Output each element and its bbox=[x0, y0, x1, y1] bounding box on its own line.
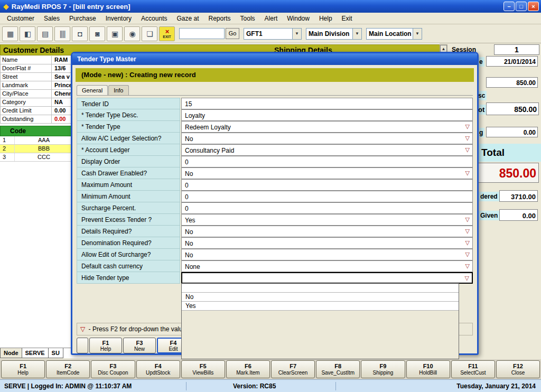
menu-item-exit[interactable]: Exit bbox=[337, 13, 357, 24]
field-input[interactable]: Yes▽ bbox=[181, 214, 473, 226]
dialog-titlebar[interactable]: Tender Type Master bbox=[72, 53, 477, 65]
field-input[interactable]: No▽ bbox=[181, 133, 473, 144]
field-input[interactable]: 0 bbox=[181, 202, 473, 214]
dropdown-arrow-icon[interactable]: ▽ bbox=[465, 123, 470, 130]
dropdown-arrow-icon[interactable]: ▽ bbox=[465, 228, 470, 235]
dialog-button-blank[interactable] bbox=[77, 338, 88, 353]
documents-button[interactable]: ❏ bbox=[142, 26, 157, 41]
go-button[interactable]: Go bbox=[226, 28, 239, 39]
fkey-caption: Close bbox=[511, 370, 525, 376]
minimize-button[interactable]: – bbox=[503, 2, 515, 11]
dropdown-option-yes[interactable]: Yes bbox=[182, 302, 459, 311]
field-input[interactable]: Redeem Loyalty▽ bbox=[181, 121, 473, 133]
fkey-f5[interactable]: F5ViewBills bbox=[181, 360, 225, 378]
store-combo-value: GFT1 bbox=[244, 30, 292, 38]
globe-button[interactable]: ◉ bbox=[124, 26, 140, 41]
window-controls: –□× bbox=[503, 2, 539, 11]
division-combo[interactable]: Main Division▼ bbox=[306, 28, 362, 40]
bill-total-value: 850.00 bbox=[486, 102, 539, 115]
fkey-f11[interactable]: F11SelectCust bbox=[451, 360, 495, 378]
field-input[interactable]: No▽ bbox=[181, 237, 473, 249]
exit-button[interactable]: ×EXIT bbox=[159, 26, 175, 41]
barcode-button[interactable]: |||| bbox=[54, 26, 70, 41]
dropdown-arrow-icon[interactable]: ▽ bbox=[465, 275, 469, 282]
edit-bill-cart-button[interactable]: ◧ bbox=[20, 26, 35, 41]
dialog-button-f1[interactable]: F1Help bbox=[89, 338, 122, 353]
fkey-f4[interactable]: F4UpdtStock bbox=[136, 360, 180, 378]
window-title: RayMedi RPOS 7 - [bill entry screen] bbox=[12, 3, 503, 11]
fkey-key: F7 bbox=[290, 363, 296, 370]
field-value-text: 0 bbox=[185, 158, 189, 166]
menu-item-purchase[interactable]: Purchase bbox=[64, 13, 101, 24]
dropdown-option-blank[interactable] bbox=[182, 284, 459, 293]
field-input[interactable]: 15 bbox=[181, 98, 473, 109]
fkey-f10[interactable]: F10HoldBill bbox=[406, 360, 450, 378]
menu-item-tools[interactable]: Tools bbox=[236, 13, 260, 24]
field-input[interactable]: 0 bbox=[181, 179, 473, 191]
chevron-down-icon[interactable]: ▼ bbox=[413, 29, 422, 39]
cart-add-button[interactable]: ◘ bbox=[72, 26, 88, 41]
maximize-button[interactable]: □ bbox=[516, 2, 527, 11]
menu-item-help[interactable]: Help bbox=[314, 13, 337, 24]
fkey-f6[interactable]: F6Mark.Item bbox=[226, 360, 270, 378]
field-input[interactable]: No▽ bbox=[181, 226, 473, 237]
field-value-text: 15 bbox=[185, 100, 192, 108]
field-input[interactable]: No▽ bbox=[181, 249, 473, 260]
dropdown-arrow-icon[interactable]: ▽ bbox=[465, 263, 470, 269]
menu-item-sales[interactable]: Sales bbox=[39, 13, 64, 24]
fkey-f9[interactable]: F9Shipping bbox=[361, 360, 405, 378]
menu-item-inventory[interactable]: Inventory bbox=[101, 13, 136, 24]
dropdown-arrow-icon[interactable]: ▽ bbox=[465, 146, 470, 153]
field-input[interactable]: No▽ bbox=[181, 167, 473, 179]
field-input[interactable]: Consultancy Paid▽ bbox=[181, 144, 473, 156]
search-input[interactable] bbox=[179, 28, 225, 39]
field-input[interactable]: None▽ bbox=[181, 260, 473, 272]
fkey-f3[interactable]: F3Disc Coupon bbox=[91, 360, 135, 378]
dropdown-arrow-icon[interactable]: ▽ bbox=[465, 170, 470, 176]
fkey-f7[interactable]: F7ClearScreen bbox=[271, 360, 315, 378]
dropdown-arrow-icon[interactable]: ▽ bbox=[465, 135, 470, 142]
chevron-down-icon[interactable]: ▼ bbox=[352, 29, 361, 39]
menu-item-window[interactable]: Window bbox=[282, 13, 314, 24]
fkey-f1[interactable]: F1Help bbox=[1, 360, 45, 378]
fkey-f12[interactable]: F12Close bbox=[496, 360, 540, 378]
field-value-text: No bbox=[185, 251, 193, 259]
menu-item-alert[interactable]: Alert bbox=[260, 13, 283, 24]
menu-item-customer[interactable]: Customer bbox=[2, 13, 39, 24]
field-input[interactable]: Loyalty bbox=[181, 109, 473, 121]
dropdown-option-no[interactable]: No bbox=[182, 293, 459, 302]
tab-info[interactable]: Info bbox=[108, 85, 128, 95]
dropdown-arrow-icon[interactable]: ▽ bbox=[465, 239, 470, 246]
chevron-down-icon[interactable]: ▼ bbox=[292, 29, 301, 39]
stock-package-button[interactable]: ▣ bbox=[107, 26, 123, 41]
dropdown-arrow-icon[interactable]: ▽ bbox=[465, 251, 470, 258]
toolbar-combos: GFT1▼Main Division▼Main Location▼ bbox=[239, 28, 422, 40]
location-combo[interactable]: Main Location▼ bbox=[366, 28, 422, 40]
new-bill-cart-button[interactable]: ▦ bbox=[2, 26, 18, 41]
dialog-button-f3[interactable]: F3New bbox=[123, 338, 156, 353]
field-row-cash-drawer-enabled: Cash Drawer Enabled?No▽ bbox=[77, 167, 473, 179]
fkey-f8[interactable]: F8Save_CustItm bbox=[316, 360, 360, 378]
g-value: 0.00 bbox=[486, 127, 538, 137]
close-button[interactable]: × bbox=[528, 2, 539, 11]
fkey-caption: Shipping bbox=[373, 370, 394, 376]
field-input[interactable]: 0 bbox=[181, 191, 473, 202]
print-button[interactable]: ▤ bbox=[37, 26, 53, 41]
fkey-key: F3 bbox=[110, 363, 117, 370]
store-combo[interactable]: GFT1▼ bbox=[244, 28, 302, 40]
field-input[interactable]: ▽ bbox=[181, 272, 473, 284]
cart-check-icon: ◙ bbox=[95, 30, 99, 38]
customer-field-label: City/Place bbox=[1, 90, 52, 98]
field-row-denomination-required: Denomination Required?No▽ bbox=[77, 237, 473, 249]
status-version: Version: RC85 bbox=[186, 382, 335, 390]
tab-general[interactable]: General bbox=[77, 85, 108, 95]
menu-item-gaze-at[interactable]: Gaze at bbox=[172, 13, 203, 24]
field-input[interactable]: 0 bbox=[181, 156, 473, 167]
menu-item-reports[interactable]: Reports bbox=[204, 13, 236, 24]
cart-check-button[interactable]: ◙ bbox=[89, 26, 105, 41]
globe-icon: ◉ bbox=[129, 30, 135, 38]
menu-item-accounts[interactable]: Accounts bbox=[136, 13, 172, 24]
fkey-key: F10 bbox=[423, 363, 433, 370]
fkey-f2[interactable]: F2ItemCode bbox=[46, 360, 90, 378]
dropdown-arrow-icon[interactable]: ▽ bbox=[465, 216, 470, 223]
